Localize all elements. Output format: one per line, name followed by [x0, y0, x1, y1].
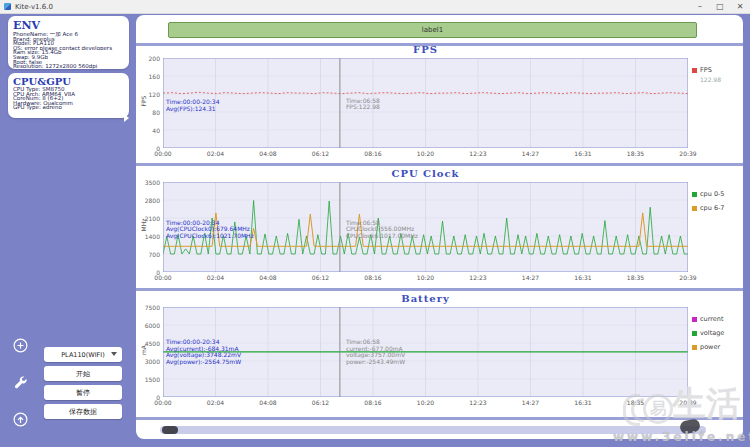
x-tick-label: 00:00 — [148, 399, 178, 406]
chart-annotation: Time:06:58FPS:122.98 — [346, 98, 380, 111]
titlebar: Kite-v1.6.0 – □ ✕ — [0, 0, 750, 14]
x-tick-label: 06:12 — [306, 274, 336, 281]
close-button[interactable]: ✕ — [730, 0, 750, 13]
annotation-line: Avg(CPUClock6):1021.70MHz — [166, 233, 254, 240]
battery-plot-area[interactable] — [163, 307, 688, 397]
battery-y-axis-label: mA — [140, 320, 150, 380]
cpugpu-line: GPU Type: adreno — [13, 105, 124, 110]
legend-value: 122.98 — [700, 76, 721, 83]
maximize-button[interactable]: □ — [710, 0, 730, 13]
chart-annotation: Time:00:00-20:34Avg(current):-684.31mAAv… — [166, 339, 241, 365]
env-card-lines: PhoneName: 一加 Ace 6Brand: oneplusModel: … — [13, 32, 124, 69]
legend-item: cpu 6-7 — [692, 204, 725, 212]
minimize-button[interactable]: – — [690, 0, 710, 13]
plus-circle-icon — [12, 337, 29, 354]
y-tick-label: 160 — [136, 73, 160, 80]
x-tick-label: 06:12 — [306, 399, 336, 406]
fps-plot-area[interactable] — [163, 58, 688, 148]
label-bar-text: label1 — [422, 26, 443, 34]
x-tick-label: 12:23 — [463, 274, 493, 281]
fps-chart-panel: FPSFPS2001601208040000:0002:0404:0806:12… — [136, 46, 743, 170]
legend-swatch — [692, 331, 697, 336]
x-tick-label: 02:04 — [201, 399, 231, 406]
env-card: ENV PhoneName: 一加 Ace 6Brand: oneplusMod… — [8, 16, 129, 69]
x-tick-label: 08:16 — [358, 399, 388, 406]
legend-item: voltage — [692, 329, 724, 337]
legend-label: voltage — [700, 329, 724, 337]
legend-label: power — [700, 343, 720, 351]
chart-annotation: Time:00:00-20:34Avg(CPUClock0):679.64MHz… — [166, 220, 254, 240]
pause-button[interactable]: 暂停 — [44, 385, 122, 400]
legend-swatch — [692, 206, 697, 211]
battery-chart-title: Battery — [163, 293, 688, 304]
x-tick-label: 02:04 — [201, 150, 231, 157]
tools-button[interactable] — [12, 374, 29, 391]
x-tick-label: 20:39 — [673, 150, 703, 157]
env-line: Resolution: 1272x2800 560dpi — [13, 64, 124, 69]
chart-annotation: Time:06:58CPUClock0:556.00MHzCPUClock6:1… — [346, 220, 418, 240]
legend-label: FPS — [700, 66, 712, 74]
label-bar[interactable]: label1 — [168, 22, 697, 38]
fps-legend: FPS122.98 — [692, 66, 721, 87]
cloud-upload-icon — [12, 411, 29, 428]
x-tick-label: 10:20 — [411, 274, 441, 281]
annotation-line: power:-2543.49mW — [346, 359, 405, 366]
cpugpu-card-title: CPU&GPU — [13, 76, 124, 87]
y-tick-label: 80 — [136, 109, 160, 116]
y-tick-label: 3000 — [136, 358, 160, 365]
x-tick-label: 02:04 — [201, 274, 231, 281]
x-tick-label: 00:00 — [148, 150, 178, 157]
battery-legend: currentvoltagepower — [692, 315, 724, 357]
y-tick-label: 3500 — [136, 179, 160, 186]
y-tick-label: 6000 — [136, 322, 160, 329]
x-tick-label: 12:23 — [463, 150, 493, 157]
x-tick-label: 08:16 — [358, 150, 388, 157]
y-tick-label: 40 — [136, 127, 160, 134]
legend-item: FPS — [692, 66, 721, 74]
annotation-line: FPS:122.98 — [346, 104, 380, 111]
app-icon — [4, 3, 11, 10]
cpu-clock-chart-panel: CPU ClockMHz3500280021001400700000:0002:… — [136, 170, 743, 294]
upload-button[interactable] — [12, 411, 29, 428]
x-tick-label: 16:31 — [568, 399, 598, 406]
x-tick-label: 18:35 — [621, 150, 651, 157]
x-tick-label: 00:00 — [148, 274, 178, 281]
x-tick-label: 10:20 — [411, 399, 441, 406]
legend-label: current — [700, 315, 723, 323]
legend-swatch — [692, 317, 697, 322]
app-title: Kite-v1.6.0 — [15, 3, 53, 11]
annotation-line: Avg(power):-2564.75mW — [166, 359, 241, 366]
x-tick-label: 14:27 — [516, 399, 546, 406]
start-button[interactable]: 开始 — [44, 366, 122, 381]
legend-item: cpu 0-5 — [692, 190, 725, 198]
y-tick-label: 2800 — [136, 197, 160, 204]
wrench-icon — [12, 374, 29, 391]
fps-y-axis-label: FPS — [140, 71, 150, 131]
cpugpu-card-lines: CPU Type: SM8750CPU Arch: ARM64_V8ACoreN… — [13, 87, 124, 110]
horizontal-scrollbar[interactable] — [160, 426, 706, 434]
x-tick-label: 10:20 — [411, 150, 441, 157]
cpugpu-card: CPU&GPU CPU Type: SM8750CPU Arch: ARM64_… — [8, 73, 129, 118]
x-tick-label: 04:08 — [253, 150, 283, 157]
device-select-value: PLA110(WIFI) — [61, 351, 105, 359]
x-tick-label: 20:39 — [673, 399, 703, 406]
x-tick-label: 16:31 — [568, 150, 598, 157]
x-tick-label: 16:31 — [568, 274, 598, 281]
legend-swatch — [692, 68, 697, 73]
x-tick-label: 14:27 — [516, 274, 546, 281]
save-data-button[interactable]: 保存数据 — [44, 404, 122, 419]
chart-annotation: Time:06:58current:-677.00mAvoltage:3757.… — [346, 339, 405, 365]
fps-chart-title: FPS — [163, 44, 688, 55]
y-tick-label: 7500 — [136, 304, 160, 311]
add-button[interactable] — [12, 337, 29, 354]
scrollbar-thumb[interactable] — [162, 426, 178, 434]
x-tick-label: 04:08 — [253, 274, 283, 281]
annotation-line: CPUClock6:1017.00MHz — [346, 233, 418, 240]
y-tick-label: 120 — [136, 91, 160, 98]
y-tick-label: 2100 — [136, 215, 160, 222]
y-tick-label: 700 — [136, 251, 160, 258]
x-tick-label: 08:16 — [358, 274, 388, 281]
device-select[interactable]: PLA110(WIFI) — [44, 347, 122, 362]
env-card-title: ENV — [13, 19, 124, 32]
sidebar-collapse-handle[interactable] — [124, 114, 129, 122]
